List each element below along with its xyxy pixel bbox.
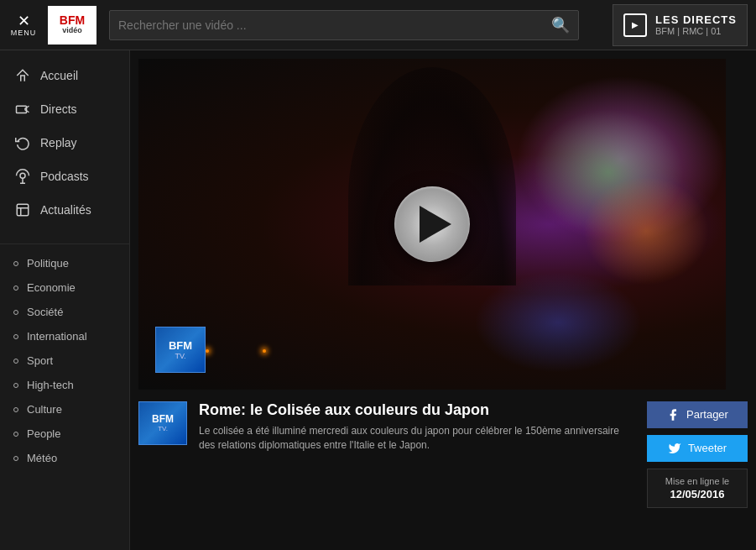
sidebar-item-hightech[interactable]: High-tech: [0, 373, 129, 397]
date-label: Mise en ligne le: [658, 476, 737, 486]
tweet-label: Tweeter: [688, 442, 727, 454]
background-lights: [206, 341, 316, 356]
sidebar-item-politique[interactable]: Politique: [0, 251, 129, 275]
sidebar-item-economie[interactable]: Economie: [0, 275, 129, 300]
twitter-icon: [668, 442, 681, 455]
category-dot: [13, 383, 18, 388]
tweet-button[interactable]: Tweeter: [647, 435, 748, 462]
category-dot: [13, 359, 18, 364]
sidebar-label-actualites: Actualités: [40, 203, 91, 217]
facebook-icon: [666, 408, 680, 422]
sidebar-item-replay[interactable]: Replay: [0, 126, 129, 160]
video-title: Rome: le Colisée aux couleurs du Japon: [199, 401, 635, 419]
home-icon: [13, 66, 32, 85]
live-sub: BFM | RMC | 01: [655, 26, 737, 36]
logo-video: vidéo: [62, 27, 82, 35]
sidebar-label-accueil: Accueil: [40, 69, 78, 82]
sidebar-label-podcasts: Podcasts: [40, 170, 89, 183]
category-label-culture: Culture: [27, 403, 62, 416]
video-logo-tv: TV.: [175, 352, 185, 360]
light-dot: [206, 349, 209, 353]
category-dot: [13, 456, 18, 461]
live-icon: [13, 100, 32, 118]
sidebar-item-people[interactable]: People: [0, 422, 129, 446]
channel-logo: BFM TV.: [138, 401, 187, 445]
date-value: 12/05/2016: [658, 488, 737, 500]
video-player[interactable]: BFM TV.: [138, 59, 726, 390]
channel-logo-bfm: BFM: [152, 413, 174, 425]
video-details: Rome: le Colisée aux couleurs du Japon L…: [199, 401, 635, 453]
category-dot: [13, 407, 18, 412]
search-bar[interactable]: 🔍: [109, 10, 579, 40]
channel-logo-tv: TV.: [158, 425, 168, 432]
light-blob-blue: [474, 272, 642, 373]
sidebar-item-actualites[interactable]: Actualités: [0, 193, 129, 227]
replay-icon: [13, 134, 32, 152]
sidebar-item-podcasts[interactable]: Podcasts: [0, 160, 129, 193]
sidebar-item-societe[interactable]: Société: [0, 300, 129, 324]
category-label-economie: Economie: [27, 281, 76, 294]
svg-rect-4: [17, 204, 29, 216]
sidebar-categories: Politique Economie Société International…: [0, 251, 129, 470]
content-area: BFM TV. BFM TV. Rome: le Colisée aux cou…: [130, 50, 756, 550]
share-label: Partager: [686, 408, 728, 421]
category-dot: [13, 261, 18, 266]
logo-bfm: BFM: [60, 14, 85, 27]
live-play-icon: [623, 13, 647, 37]
play-button[interactable]: [394, 186, 470, 262]
search-icon[interactable]: 🔍: [551, 16, 570, 34]
video-logo-bfm: BFM: [169, 339, 192, 352]
close-icon: ✕: [18, 13, 30, 29]
sidebar-item-directs[interactable]: Directs: [0, 92, 129, 126]
video-channel-logo: BFM TV.: [155, 327, 206, 373]
category-label-meteo: Météo: [27, 452, 57, 464]
sidebar-item-accueil[interactable]: Accueil: [0, 59, 129, 92]
sidebar-item-international[interactable]: International: [0, 324, 129, 348]
main-layout: Accueil Directs Replay Pod: [0, 50, 756, 550]
category-label-politique: Politique: [27, 257, 69, 270]
live-text: LES DIRECTS BFM | RMC | 01: [655, 13, 737, 36]
sidebar-nav: Accueil Directs Replay Pod: [0, 59, 129, 227]
sidebar-item-sport[interactable]: Sport: [0, 348, 129, 373]
svg-point-1: [20, 173, 25, 178]
sidebar-divider: [0, 244, 129, 244]
category-dot: [13, 432, 18, 437]
video-description: Le colisée a été illuminé mercredi aux c…: [199, 424, 635, 453]
category-label-international: International: [27, 330, 87, 343]
category-dot: [13, 285, 18, 291]
search-input[interactable]: [118, 18, 551, 32]
date-box: Mise en ligne le 12/05/2016: [647, 469, 748, 508]
share-button[interactable]: Partager: [647, 401, 748, 428]
news-icon: [13, 201, 32, 219]
sidebar-item-culture[interactable]: Culture: [0, 397, 129, 422]
play-triangle-icon: [420, 206, 451, 243]
category-label-people: People: [27, 427, 60, 440]
podcast-icon: [13, 167, 32, 186]
logo[interactable]: BFM vidéo: [47, 5, 97, 45]
sidebar-item-meteo[interactable]: Météo: [0, 446, 129, 470]
video-actions: Partager Tweeter Mise en ligne le 12/05/…: [647, 401, 748, 508]
sidebar: Accueil Directs Replay Pod: [0, 50, 130, 550]
live-button[interactable]: LES DIRECTS BFM | RMC | 01: [613, 4, 748, 46]
light-blob-orange: [583, 176, 709, 285]
category-dot: [13, 310, 18, 315]
sidebar-label-directs: Directs: [40, 102, 77, 116]
category-label-hightech: High-tech: [27, 379, 74, 391]
video-info-row: BFM TV. Rome: le Colisée aux couleurs du…: [138, 401, 748, 508]
menu-label: MENU: [11, 29, 37, 37]
light-dot: [263, 349, 266, 353]
live-label: LES DIRECTS: [655, 13, 737, 26]
category-label-societe: Société: [27, 306, 63, 318]
category-dot: [13, 334, 18, 339]
header: ✕ MENU BFM vidéo 🔍 LES DIRECTS BFM | RMC…: [0, 0, 756, 50]
sidebar-label-replay: Replay: [40, 136, 77, 149]
menu-button[interactable]: ✕ MENU: [8, 13, 39, 37]
category-label-sport: Sport: [27, 354, 53, 367]
